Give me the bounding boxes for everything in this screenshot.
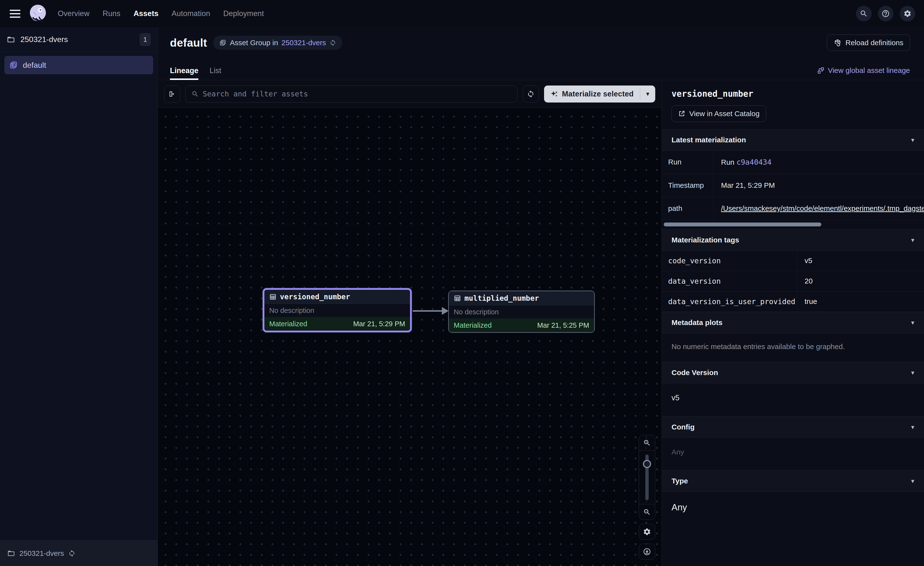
asset-node-timestamp: Mar 21, 5:29 PM	[353, 320, 405, 328]
asset-node-name: multiplied_number	[464, 294, 539, 303]
dagster-logo[interactable]	[27, 3, 48, 24]
asset-node-status: Materialized	[269, 320, 307, 328]
section-latest-materialization[interactable]: Latest materialization ▾	[662, 129, 924, 151]
table-row-data-version: data_version 20	[662, 271, 924, 292]
asset-group-icon	[219, 39, 226, 47]
asset-node-versioned-number[interactable]: versioned_number No description Material…	[262, 288, 412, 332]
section-metadata-plots[interactable]: Metadata plots ▾	[662, 312, 924, 333]
code-version-value: v5	[662, 383, 924, 416]
folder-icon	[7, 35, 15, 44]
zoom-out-icon	[643, 508, 651, 516]
search-input[interactable]	[203, 90, 511, 98]
page-title: default	[170, 36, 207, 49]
sync-icon[interactable]	[68, 550, 75, 557]
chevron-down-icon: ▾	[911, 319, 914, 327]
download-graph-button[interactable]	[639, 543, 655, 560]
tab-list[interactable]: List	[210, 66, 221, 80]
view-in-asset-catalog-label: View in Asset Catalog	[689, 110, 760, 118]
latest-materialization-table: Run Run c9a40434 Timestamp Mar 21, 5:29 …	[662, 151, 924, 220]
table-row-data-version-is-user-provided: data_version_is_user_provided true	[662, 292, 924, 312]
table-row-timestamp: Timestamp Mar 21, 5:29 PM	[662, 174, 924, 197]
search-button[interactable]	[856, 6, 872, 21]
repo-count-badge: 1	[140, 33, 151, 46]
sync-icon[interactable]	[330, 39, 336, 46]
view-tabs: Lineage List	[170, 66, 221, 80]
asset-node-multiplied-number[interactable]: multiplied_number No description Materia…	[448, 291, 595, 333]
chevron-down-icon: ▾	[911, 423, 914, 431]
asset-search-box	[186, 86, 518, 102]
asset-group-icon	[9, 61, 18, 69]
run-id-link[interactable]: c9a40434	[736, 158, 771, 166]
type-value: Any	[662, 492, 924, 527]
help-icon	[882, 9, 890, 18]
lineage-icon	[817, 67, 825, 74]
search-icon	[860, 9, 868, 18]
asset-node-status: Materialized	[454, 321, 492, 330]
page-header: default Asset Group in 250321-dvers	[158, 27, 924, 80]
settings-button[interactable]	[900, 6, 915, 21]
sidebar-item-default-group[interactable]: default	[4, 56, 153, 74]
sync-icon	[527, 90, 535, 98]
panel-open-icon	[168, 90, 176, 98]
nav-item-runs[interactable]: Runs	[103, 9, 120, 18]
menu-icon[interactable]	[7, 6, 23, 21]
materialize-selected-split-button: Materialize selected ▾	[544, 86, 655, 102]
download-icon	[643, 548, 651, 556]
asset-group-badge[interactable]: Asset Group in 250321-dvers	[213, 36, 342, 50]
materialize-selected-label: Materialize selected	[562, 90, 634, 98]
section-materialization-tags[interactable]: Materialization tags ▾	[662, 229, 924, 251]
graph-toolbar: Materialize selected ▾	[158, 80, 662, 108]
sidebar-footer-repo[interactable]: 250321-dvers	[0, 540, 158, 566]
refresh-graph-button[interactable]	[523, 86, 539, 102]
repo-row[interactable]: 250321-dvers 1	[0, 27, 158, 52]
primary-nav: Overview Runs Assets Automation Deployme…	[58, 9, 264, 18]
view-in-asset-catalog-button[interactable]: View in Asset Catalog	[672, 105, 766, 122]
table-row-run: Run Run c9a40434	[662, 151, 924, 174]
sidebar-item-label: default	[23, 61, 46, 70]
table-row-code-version: code_version v5	[662, 251, 924, 271]
nav-item-overview[interactable]: Overview	[58, 9, 90, 18]
graph-controls	[639, 435, 655, 560]
path-link[interactable]: /Users/smackesey/stm/code/elementl/exper…	[721, 204, 924, 212]
zoom-slider-thumb[interactable]	[643, 460, 651, 468]
asset-node-name: versioned_number	[280, 292, 350, 301]
zoom-in-icon	[643, 439, 651, 447]
zoom-in-button[interactable]	[639, 435, 655, 451]
section-type[interactable]: Type ▾	[662, 470, 924, 492]
nav-item-assets[interactable]: Assets	[134, 9, 159, 18]
materialization-tags-table: code_version v5 data_version 20 data_ver…	[662, 251, 924, 312]
badge-prefix: Asset Group in	[230, 39, 278, 47]
tab-lineage[interactable]: Lineage	[170, 66, 198, 80]
nav-item-automation[interactable]: Automation	[172, 9, 210, 18]
nav-item-deployment[interactable]: Deployment	[224, 9, 264, 18]
help-button[interactable]	[878, 6, 893, 21]
zoom-slider[interactable]	[639, 451, 655, 504]
chevron-down-icon: ▾	[646, 90, 649, 98]
section-code-version[interactable]: Code Version ▾	[662, 362, 924, 383]
asset-node-description: No description	[449, 306, 594, 318]
gear-icon	[903, 9, 912, 18]
lineage-canvas[interactable]: versioned_number No description Material…	[158, 108, 662, 566]
materialize-selected-button[interactable]: Materialize selected	[544, 86, 640, 102]
open-side-panel-button[interactable]	[164, 86, 180, 102]
graph-settings-button[interactable]	[639, 524, 655, 540]
table-icon	[269, 293, 276, 301]
metadata-plots-empty-text: No numeric metadata entries available to…	[662, 333, 924, 362]
lineage-edge	[412, 302, 450, 320]
reload-definitions-label: Reload definitions	[846, 39, 904, 47]
chevron-down-icon: ▾	[911, 236, 914, 244]
table-horizontal-scrollbar[interactable]	[662, 220, 924, 229]
asset-node-description: No description	[264, 304, 410, 317]
repo-name: 250321-dvers	[20, 35, 134, 44]
section-config[interactable]: Config ▾	[662, 416, 924, 438]
lineage-graph-area: Materialize selected ▾	[158, 80, 662, 566]
table-icon	[454, 295, 461, 302]
zoom-out-button[interactable]	[639, 504, 655, 519]
search-icon	[192, 90, 199, 98]
badge-repo-link[interactable]: 250321-dvers	[281, 39, 326, 47]
folder-icon	[7, 549, 15, 557]
materialize-options-dropdown[interactable]: ▾	[640, 86, 655, 102]
reload-definitions-button[interactable]: Reload definitions	[827, 35, 910, 51]
sparkle-icon	[550, 90, 559, 98]
view-global-asset-lineage-link[interactable]: View global asset lineage	[817, 66, 910, 80]
